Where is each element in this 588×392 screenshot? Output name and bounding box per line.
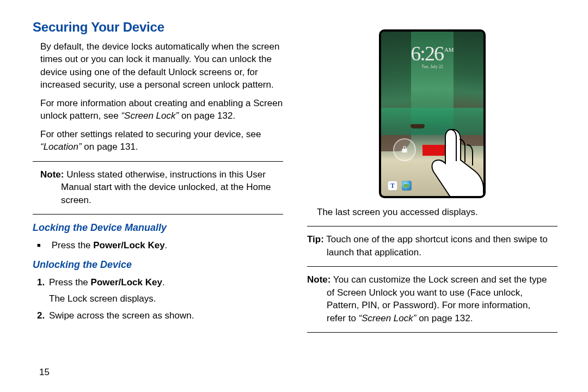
power-lock-key-label: Power/Lock Key bbox=[93, 240, 164, 250]
clock-date: Tue, July 22 bbox=[381, 64, 483, 69]
note-label: Note: bbox=[40, 169, 64, 180]
left-column: Securing Your Device By default, the dev… bbox=[33, 20, 283, 339]
post-image-caption: The last screen you accessed displays. bbox=[317, 206, 558, 218]
italic-ref-screen-lock: “Screen Lock” bbox=[359, 313, 416, 323]
text-run: . bbox=[165, 240, 168, 250]
subheading-unlocking: Unlocking the Device bbox=[33, 259, 283, 271]
hand-swipe-icon bbox=[418, 125, 483, 196]
text-run: on page 132. bbox=[179, 111, 235, 121]
unlocking-steps: 1.Press the Power/Lock Key. The Lock scr… bbox=[49, 276, 283, 322]
page-title: Securing Your Device bbox=[33, 20, 283, 35]
intro-paragraph-2: For more information about creating and … bbox=[40, 97, 283, 122]
list-item: Press the Power/Lock Key. bbox=[49, 239, 283, 252]
italic-ref-location: “Location” bbox=[40, 142, 82, 152]
text-run: on page 132. bbox=[416, 313, 473, 323]
intro-paragraph-1: By default, the device locks automatical… bbox=[40, 40, 283, 91]
tip-body: Touch one of the app shortcut icons and … bbox=[324, 234, 548, 257]
page-number: 15 bbox=[39, 367, 50, 378]
intro-paragraph-3: For other settings related to securing y… bbox=[40, 128, 283, 154]
divider bbox=[33, 161, 283, 162]
tip-label: Tip: bbox=[307, 234, 324, 244]
phone-screen: 6:26AM Tue, July 22 bbox=[381, 32, 483, 196]
italic-ref-screen-lock: “Screen Lock” bbox=[121, 111, 179, 121]
lock-icon bbox=[400, 145, 409, 154]
divider bbox=[307, 332, 558, 333]
note-customize-lock: Note: You can customize the Lock screen … bbox=[307, 273, 551, 324]
lock-screen-clock: 6:26AM Tue, July 22 bbox=[381, 41, 483, 69]
locking-steps: Press the Power/Lock Key. bbox=[49, 239, 283, 252]
note-unlocked-home: Note: Unless stated otherwise, instructi… bbox=[40, 168, 283, 206]
step-number: 1. bbox=[37, 276, 49, 289]
divider bbox=[33, 214, 283, 215]
list-item: 1.Press the Power/Lock Key. The Lock scr… bbox=[49, 276, 283, 305]
step-number: 2. bbox=[37, 309, 49, 322]
right-column: 6:26AM Tue, July 22 bbox=[307, 20, 558, 339]
subheading-locking: Locking the Device Manually bbox=[33, 222, 283, 234]
text-run: on page 131. bbox=[82, 142, 138, 152]
note-body: Unless stated otherwise, instructions in… bbox=[61, 169, 271, 205]
lock-ring bbox=[393, 138, 416, 161]
clock-time: 6:26AM bbox=[381, 41, 483, 65]
divider bbox=[307, 266, 558, 267]
list-item: 2.Swipe across the screen as shown. bbox=[49, 309, 283, 322]
browser-globe-icon bbox=[402, 181, 412, 191]
step-subtext: The Lock screen displays. bbox=[49, 292, 283, 305]
clock-ampm: AM bbox=[444, 46, 454, 53]
shortcut-icon: T bbox=[388, 181, 397, 191]
time-value: 6:26 bbox=[411, 42, 443, 65]
text-run: Press the bbox=[49, 277, 91, 287]
lock-screen-illustration: 6:26AM Tue, July 22 bbox=[307, 29, 558, 198]
divider bbox=[307, 226, 558, 226]
note-label: Note: bbox=[307, 274, 330, 285]
shortcut-row: T bbox=[388, 181, 412, 191]
phone-frame: 6:26AM Tue, July 22 bbox=[379, 29, 486, 198]
tip-shortcut-swipe: Tip: Touch one of the app shortcut icons… bbox=[307, 233, 551, 259]
power-lock-key-label: Power/Lock Key bbox=[91, 277, 162, 287]
text-run: . bbox=[162, 277, 165, 287]
text-run: Press the bbox=[52, 240, 94, 250]
text-run: Swipe across the screen as shown. bbox=[49, 310, 194, 321]
text-run: For other settings related to securing y… bbox=[40, 129, 261, 139]
